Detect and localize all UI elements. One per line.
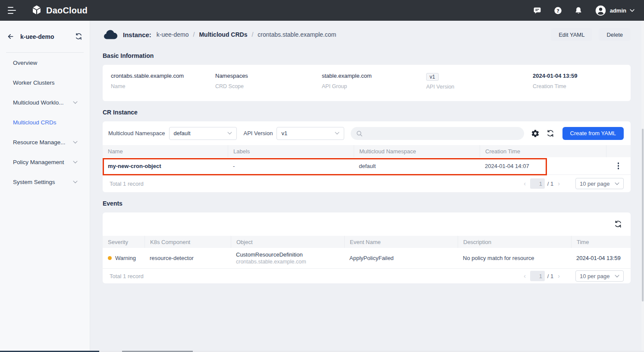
daocloud-cube-icon [31, 5, 42, 16]
breadcrumb-multicloud-crds[interactable]: Multicloud CRDs [199, 31, 247, 38]
event-description: No policy match for resource [458, 255, 571, 261]
events-title: Events [103, 200, 631, 207]
chevron-down-icon [73, 141, 78, 144]
sidebar-item-worker-clusters[interactable]: Worker Clusters [0, 73, 90, 92]
events-refresh-icon[interactable] [613, 219, 623, 229]
events-table-header: Severity K8s Component Object Event Name… [103, 236, 631, 248]
prev-page-icon[interactable]: ‹ [519, 273, 530, 279]
cr-filter-row: Multicloud Namespace default API Version… [103, 121, 631, 145]
basic-info-title: Basic Information [103, 52, 631, 59]
cr-table-row[interactable]: my-new-cron-object - default 2024-01-04 … [103, 157, 631, 175]
search-icon [356, 130, 363, 137]
breadcrumb-cluster[interactable]: k-uee-demo [157, 31, 189, 38]
events-total-records: Total 1 record [110, 273, 519, 279]
username: admin [610, 7, 626, 14]
help-icon[interactable]: ? [553, 6, 562, 15]
cluster-name: k-uee-demo [20, 33, 75, 40]
notifications-bell-icon[interactable] [574, 6, 583, 15]
namespace-select[interactable]: default [169, 127, 237, 140]
vertical-scrollbar[interactable] [641, 21, 644, 352]
switch-cluster-icon[interactable] [75, 32, 83, 41]
chevron-down-icon [73, 181, 78, 184]
api-version-select[interactable]: v1 [276, 127, 344, 140]
sidebar-item-multicloud-workloads[interactable]: Multicloud Worklo... [0, 92, 90, 112]
warning-dot-icon [108, 256, 112, 260]
topbar: DaoCloud ? [0, 0, 644, 21]
cr-creation-time: 2024-01-04 14:07 [480, 163, 606, 169]
brand-logo[interactable]: DaoCloud [31, 5, 88, 16]
event-row: Warning resource-detector CustomResource… [103, 248, 631, 269]
event-severity: Warning [115, 255, 136, 261]
avatar [595, 5, 606, 16]
brand-name: DaoCloud [46, 6, 88, 16]
refresh-icon[interactable] [546, 129, 555, 138]
prev-page-icon[interactable]: ‹ [519, 180, 530, 187]
event-time: 2024-01-04 13:59 [571, 255, 631, 261]
event-component: resource-detector [145, 255, 231, 261]
next-page-icon[interactable]: › [553, 180, 564, 187]
chevron-down-icon [615, 275, 619, 278]
field-creation-time: 2024-01-04 13:59 Creation Time [533, 73, 577, 101]
event-object: CustomResourceDefinition crontabs.stable… [231, 251, 344, 266]
cr-labels: - [228, 163, 354, 169]
cr-pagination: Total 1 record ‹ 1 / 1 › 10 per page [103, 175, 631, 192]
events-pagination: Total 1 record ‹ 1 / 1 › 10 per page [103, 269, 631, 283]
field-name: crontabs.stable.example.com Name [111, 73, 215, 101]
breadcrumb-crd-name: crontabs.stable.example.com [258, 31, 336, 38]
namespace-filter-label: Multicloud Namespace [108, 130, 165, 136]
cr-instance-title: CR Instance [103, 109, 631, 116]
events-card: Severity K8s Component Object Event Name… [103, 212, 631, 283]
chevron-down-icon [73, 101, 78, 104]
chevron-down-icon [73, 161, 78, 164]
chevron-down-icon [227, 132, 232, 135]
svg-text:?: ? [556, 7, 559, 13]
sidebar-item-resource-management[interactable]: Resource Manage... [0, 132, 90, 152]
sidebar-item-overview[interactable]: Overview [0, 53, 90, 73]
field-crd-scope: Namespaces CRD Scope [215, 73, 322, 101]
back-arrow-icon[interactable] [6, 33, 15, 40]
menu-toggle-icon[interactable] [8, 7, 17, 14]
per-page-select[interactable]: 10 per page [575, 178, 624, 189]
field-api-version: v1 API Version [426, 73, 533, 101]
user-menu[interactable]: admin [595, 5, 635, 16]
chevron-down-icon [630, 9, 635, 12]
page-number-input[interactable]: 1 [530, 178, 545, 189]
page-number-input[interactable]: 1 [530, 271, 545, 281]
cloud-instance-icon [103, 29, 118, 40]
chevron-down-icon [335, 132, 339, 135]
delete-button[interactable]: Delete [599, 28, 631, 41]
basic-info-card: crontabs.stable.example.com Name Namespa… [103, 65, 631, 101]
sidebar-item-multicloud-crds[interactable]: Multicloud CRDs [0, 112, 90, 132]
cr-namespace: default [354, 163, 480, 169]
page-header: Instance: k-uee-demo / Multicloud CRDs /… [103, 27, 631, 42]
main-content: Instance: k-uee-demo / Multicloud CRDs /… [90, 21, 644, 352]
sidebar: k-uee-demo Overview Worker Clusters Mult… [0, 21, 90, 352]
per-page-select[interactable]: 10 per page [575, 270, 624, 282]
sidebar-item-system-settings[interactable]: System Settings [0, 172, 90, 192]
cr-total-records: Total 1 record [110, 181, 519, 187]
search-box[interactable] [351, 127, 524, 140]
sidebar-item-policy-management[interactable]: Policy Management [0, 152, 90, 172]
cr-name[interactable]: my-new-cron-object [103, 163, 228, 169]
api-version-filter-label: API Version [244, 130, 273, 136]
edit-yaml-button[interactable]: Edit YAML [551, 28, 592, 41]
cr-instance-card: Multicloud Namespace default API Version… [103, 121, 631, 192]
create-from-yaml-button[interactable]: Create from YAML [562, 127, 624, 140]
next-page-icon[interactable]: › [553, 273, 564, 279]
event-name: ApplyPolicyFailed [344, 255, 458, 261]
row-actions-kebab-icon[interactable] [616, 161, 621, 171]
chevron-down-icon [615, 182, 619, 185]
cr-table-header: Name Labels Multicloud Namespace Creatio… [103, 145, 631, 157]
api-version-tag: v1 [426, 73, 439, 81]
messages-icon[interactable] [533, 6, 542, 15]
events-toolbar [103, 212, 631, 236]
search-input[interactable] [366, 130, 518, 136]
field-api-group: stable.example.com API Group [322, 73, 426, 101]
column-settings-gear-icon[interactable] [531, 129, 540, 138]
instance-label: Instance: [123, 31, 151, 38]
